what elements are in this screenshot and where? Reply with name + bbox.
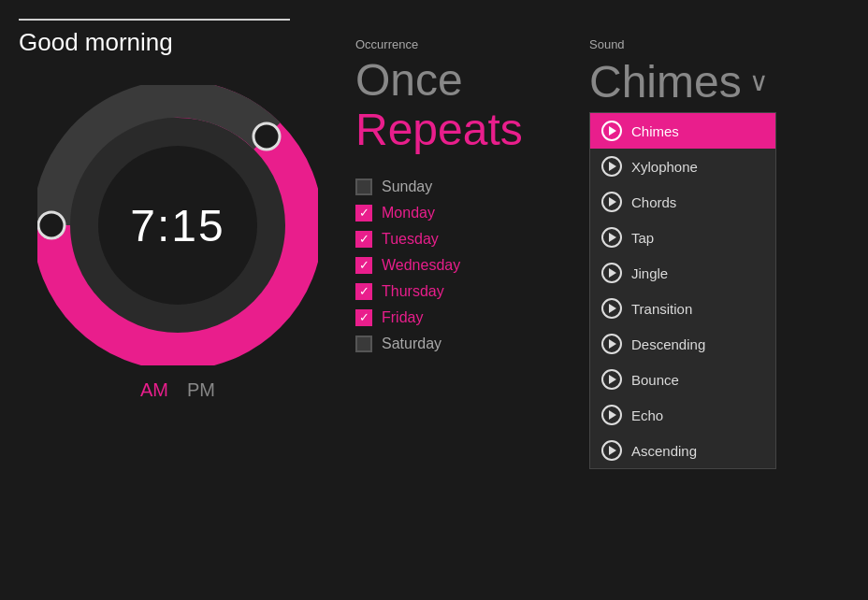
greeting: Good morning (19, 28, 337, 57)
play-icon (601, 263, 622, 283)
clock-container: 7:15 (37, 85, 318, 365)
checkmark-icon: ✓ (359, 259, 369, 271)
play-triangle-icon (609, 339, 616, 349)
day-label: Thursday (382, 283, 444, 300)
sound-item-chords[interactable]: Chords (590, 184, 775, 220)
sound-name: Ascending (631, 443, 697, 459)
once-option[interactable]: Once (355, 56, 571, 106)
sound-item-jingle[interactable]: Jingle (590, 255, 775, 291)
sound-item-bounce[interactable]: Bounce (590, 362, 775, 397)
ampm-row: AM PM (19, 379, 337, 401)
day-label: Wednesday (382, 257, 460, 274)
day-item-tuesday[interactable]: ✓Tuesday (355, 226, 571, 252)
play-triangle-icon (609, 375, 616, 384)
checkbox-monday: ✓ (355, 205, 372, 221)
play-triangle-icon (609, 197, 616, 207)
day-item-sunday[interactable]: Sunday (355, 174, 571, 200)
checkmark-icon: ✓ (359, 207, 369, 219)
sound-item-chimes[interactable]: Chimes (590, 113, 775, 149)
day-item-monday[interactable]: ✓Monday (355, 200, 571, 226)
sound-name: Jingle (631, 265, 668, 281)
checkmark-icon: ✓ (359, 285, 369, 297)
sound-name: Echo (631, 407, 663, 423)
sound-item-descending[interactable]: Descending (590, 326, 775, 362)
dropdown-arrow-icon: ∨ (749, 66, 769, 97)
sound-name: Transition (631, 301, 692, 317)
play-icon (601, 405, 622, 425)
checkbox-thursday: ✓ (355, 283, 372, 300)
day-label: Friday (382, 309, 423, 326)
play-triangle-icon (609, 162, 616, 171)
am-label[interactable]: AM (140, 379, 168, 401)
selected-sound-name: Chimes (589, 56, 742, 107)
sound-item-xylophone[interactable]: Xylophone (590, 149, 775, 184)
sound-dropdown-button[interactable]: Chimes ∨ (589, 56, 842, 107)
left-section: Good morning 7:15 AM PM (19, 19, 337, 401)
checkbox-saturday (355, 336, 372, 352)
play-triangle-icon (609, 304, 616, 313)
sound-item-tap[interactable]: Tap (590, 220, 775, 255)
days-list: Sunday✓Monday✓Tuesday✓Wednesday✓Thursday… (355, 174, 571, 357)
play-icon (601, 334, 622, 354)
sound-name: Chimes (631, 123, 679, 139)
sound-name: Bounce (631, 372, 679, 388)
play-icon (601, 192, 622, 212)
sound-name: Xylophone (631, 159, 698, 175)
play-icon (601, 298, 622, 319)
play-triangle-icon (609, 233, 616, 242)
sound-name: Descending (631, 336, 705, 352)
play-icon (601, 156, 622, 177)
sound-item-echo[interactable]: Echo (590, 397, 775, 433)
checkbox-wednesday: ✓ (355, 257, 372, 274)
play-icon (601, 121, 622, 141)
checkbox-friday: ✓ (355, 309, 372, 326)
sound-item-ascending[interactable]: Ascending (590, 433, 775, 468)
svg-point-3 (38, 212, 65, 238)
right-section: Sound Chimes ∨ ChimesXylophoneChordsTapJ… (589, 37, 842, 469)
sound-name: Tap (631, 230, 654, 246)
middle-section: Occurrence Once Repeats Sunday✓Monday✓Tu… (355, 37, 571, 357)
top-line (19, 19, 290, 21)
day-label: Monday (382, 205, 435, 221)
checkmark-icon: ✓ (359, 311, 369, 323)
day-item-saturday[interactable]: Saturday (355, 331, 571, 357)
sound-item-transition[interactable]: Transition (590, 291, 775, 326)
day-item-wednesday[interactable]: ✓Wednesday (355, 252, 571, 279)
play-icon (601, 369, 622, 390)
day-label: Saturday (382, 336, 441, 352)
day-label: Tuesday (382, 231, 439, 248)
day-item-friday[interactable]: ✓Friday (355, 305, 571, 331)
clock-time[interactable]: 7:15 (130, 200, 224, 251)
occurrence-label: Occurrence (355, 37, 571, 51)
day-item-thursday[interactable]: ✓Thursday (355, 279, 571, 305)
day-label: Sunday (382, 179, 432, 195)
play-triangle-icon (609, 410, 616, 420)
repeats-option[interactable]: Repeats (355, 106, 571, 155)
play-triangle-icon (609, 268, 616, 278)
play-triangle-icon (609, 126, 616, 136)
sound-name: Chords (631, 194, 676, 210)
play-icon (601, 227, 622, 248)
sound-label: Sound (589, 37, 842, 51)
checkbox-tuesday: ✓ (355, 231, 372, 248)
checkbox-sunday (355, 179, 372, 195)
play-icon (601, 440, 622, 461)
svg-point-2 (253, 123, 280, 150)
sound-list: ChimesXylophoneChordsTapJingleTransition… (589, 112, 776, 469)
play-triangle-icon (609, 446, 616, 455)
pm-label[interactable]: PM (187, 379, 215, 401)
checkmark-icon: ✓ (359, 233, 369, 245)
